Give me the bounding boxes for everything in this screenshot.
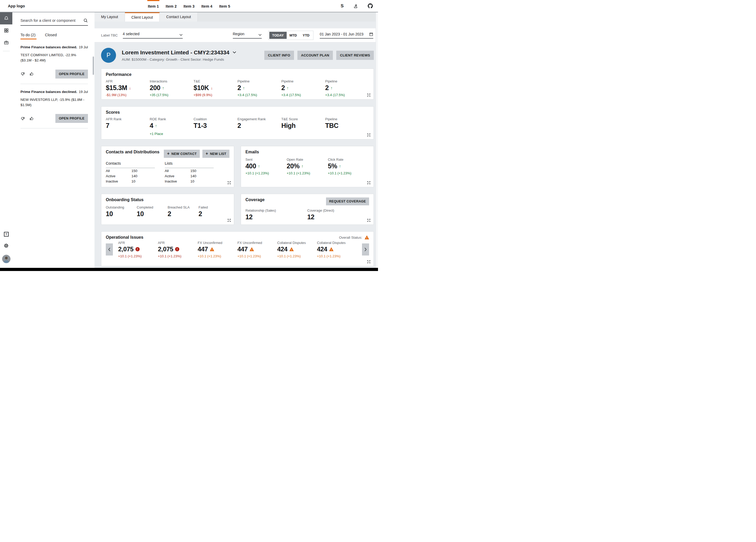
client-info-button[interactable]: CLIENT INFO bbox=[264, 51, 294, 60]
tab-contact-layout[interactable]: Contact Layout bbox=[160, 12, 198, 22]
icon-rail: ? bbox=[0, 12, 12, 270]
client-meta: AUM: $15000M - Category: Growth - Client… bbox=[122, 57, 236, 61]
new-contact-button[interactable]: +NEW CONTACT bbox=[164, 150, 200, 158]
expand-icon[interactable] bbox=[227, 218, 231, 222]
date-range-picker[interactable]: 01 Jan 2023 - 01 Jun 2023 bbox=[320, 32, 373, 39]
metric: Collateral Disputes 424 +10.1 (+1.23%) bbox=[317, 241, 357, 258]
expand-icon[interactable] bbox=[367, 133, 371, 137]
tab-my-layout[interactable]: My Layout bbox=[95, 12, 125, 22]
top-nav: Item 1 Item 2 Item 3 Item 4 Item 5 bbox=[144, 0, 234, 12]
search-icon[interactable] bbox=[83, 18, 88, 23]
chevron-down-icon[interactable] bbox=[233, 51, 236, 54]
rail-divider bbox=[3, 51, 10, 51]
metric: Click Rate 5%↑ +10.1 (+1.23%) bbox=[328, 157, 369, 175]
metric: T&E $10K↓ +$99 (9.9%) bbox=[193, 79, 237, 97]
trend-arrow-icon: ↑ bbox=[243, 86, 245, 90]
portfolio-rail-button[interactable] bbox=[0, 36, 12, 49]
expand-icon[interactable] bbox=[367, 93, 371, 97]
help-icon[interactable]: ? bbox=[4, 232, 9, 236]
trend-arrow-icon: ↑ bbox=[162, 86, 164, 90]
period-mtd[interactable]: MTD bbox=[287, 32, 300, 39]
tab-closed[interactable]: Closed bbox=[45, 33, 57, 39]
chevron-down-icon bbox=[258, 34, 262, 36]
notifications-rail-button[interactable] bbox=[0, 12, 12, 24]
card-title: Operational Issues bbox=[106, 235, 143, 240]
contacts-table: Contacts All150 Active140 Inactive10 bbox=[106, 161, 155, 184]
apps-rail-button[interactable] bbox=[0, 24, 12, 36]
performance-card: Performance AFR $15.3M↓ -$1.9M (13%) Int… bbox=[101, 68, 374, 99]
trend-arrow-icon: ↑ bbox=[155, 123, 157, 128]
emails-card: Emails Sent 400↑ +10.1 (+1.23%) Open Rat… bbox=[241, 146, 374, 187]
main-content: My Layout Client Layout Contact Layout L… bbox=[95, 12, 378, 270]
notifications-panel: To do (2) Closed Prime Finance balances … bbox=[12, 12, 95, 270]
open-profile-button[interactable]: OPEN PROFILE bbox=[55, 114, 88, 123]
thumbs-up-icon[interactable] bbox=[29, 116, 34, 121]
notification-date: 19 Jul bbox=[79, 45, 88, 49]
table-row: All150 bbox=[106, 168, 155, 173]
divider bbox=[20, 84, 88, 84]
expand-icon[interactable] bbox=[367, 260, 371, 263]
carousel-prev-button[interactable] bbox=[106, 243, 113, 255]
metric: Completed 10 bbox=[137, 205, 168, 218]
client-reviews-button[interactable]: CLIENT REVIEWS bbox=[336, 51, 374, 60]
settings-gear-icon[interactable] bbox=[4, 243, 9, 248]
rail-bottom: ? bbox=[2, 232, 11, 270]
nav-item-4[interactable]: Item 4 bbox=[198, 0, 216, 12]
thumbs-down-icon[interactable] bbox=[20, 116, 25, 121]
notification-date: 19 Jul bbox=[79, 90, 88, 94]
metric: Failed 2 bbox=[198, 205, 229, 218]
request-coverage-button[interactable]: REQUEST COVERAGE bbox=[326, 197, 369, 205]
skype-icon[interactable]: S bbox=[341, 3, 344, 9]
tab-todo[interactable]: To do (2) bbox=[20, 33, 35, 39]
nav-item-1[interactable]: Item 1 bbox=[144, 0, 162, 12]
nav-item-2[interactable]: Item 2 bbox=[162, 0, 180, 12]
expand-icon[interactable] bbox=[227, 181, 231, 184]
new-list-button[interactable]: +NEW LIST bbox=[202, 150, 229, 158]
client-header: P Lorem Investment Limted - CMY2:234334 … bbox=[101, 48, 374, 63]
trend-arrow-icon: ↑ bbox=[301, 164, 303, 168]
nav-item-5[interactable]: Item 5 bbox=[216, 0, 234, 12]
coverage-card: Coverage REQUEST COVERAGE Relationship (… bbox=[241, 194, 374, 225]
alert-badge-icon bbox=[175, 247, 179, 251]
notification-title: Prime Finance balances declined... bbox=[20, 90, 77, 94]
period-today[interactable]: TODAY bbox=[269, 32, 287, 39]
card-title: Coverage bbox=[245, 197, 265, 202]
expand-icon[interactable] bbox=[367, 218, 371, 222]
expand-icon[interactable] bbox=[367, 181, 371, 184]
metric: ROE Rank 4↑ +1 Place bbox=[150, 117, 193, 136]
card-title: Onboarding Status bbox=[106, 197, 229, 202]
trend-arrow-icon: ↓ bbox=[211, 86, 213, 90]
metric: Breached SLA 2 bbox=[168, 205, 199, 218]
thumbs-down-icon[interactable] bbox=[20, 72, 25, 76]
period-ytd[interactable]: YTD bbox=[300, 32, 312, 39]
github-icon[interactable] bbox=[368, 3, 373, 8]
notification-card: Prime Finance balances declined... 19 Ju… bbox=[20, 45, 88, 78]
account-plan-button[interactable]: ACCOUNT PLAN bbox=[297, 51, 333, 60]
plus-icon: + bbox=[167, 151, 170, 156]
metric: Engagement Rank 2 bbox=[238, 117, 281, 136]
overall-status: Overall Status: bbox=[339, 235, 369, 239]
card-title: Scores bbox=[106, 110, 369, 115]
notification-card: Prime Finance balances declined... 19 Ju… bbox=[20, 90, 88, 123]
user-avatar[interactable] bbox=[2, 255, 11, 263]
search-input[interactable] bbox=[20, 18, 83, 23]
multiselect-dropdown[interactable]: 4 selected bbox=[123, 32, 183, 39]
card-title: Contacts and Distributions bbox=[106, 150, 159, 154]
carousel-next-button[interactable] bbox=[362, 243, 369, 255]
main-scrollbar[interactable] bbox=[376, 12, 378, 270]
warning-badge-icon bbox=[289, 247, 294, 251]
nav-item-3[interactable]: Item 3 bbox=[180, 0, 198, 12]
notification-title: Prime Finance balances declined... bbox=[20, 45, 77, 49]
thumbs-up-icon[interactable] bbox=[29, 72, 34, 76]
metric: AFR 2,075 +10.1 (+1.23%) bbox=[118, 241, 158, 258]
stackoverflow-icon[interactable] bbox=[353, 4, 358, 8]
trend-arrow-icon: ↓ bbox=[129, 86, 131, 90]
layout-tabs: My Layout Client Layout Contact Layout bbox=[95, 12, 378, 22]
open-profile-button[interactable]: OPEN PROFILE bbox=[55, 70, 88, 78]
panel-scrollbar[interactable] bbox=[93, 56, 94, 75]
region-dropdown[interactable]: Region bbox=[233, 32, 262, 39]
tab-client-layout[interactable]: Client Layout bbox=[125, 12, 160, 22]
table-row: Active140 bbox=[165, 173, 214, 178]
briefcase-icon bbox=[4, 40, 9, 45]
panel-tabs: To do (2) Closed bbox=[20, 33, 95, 39]
